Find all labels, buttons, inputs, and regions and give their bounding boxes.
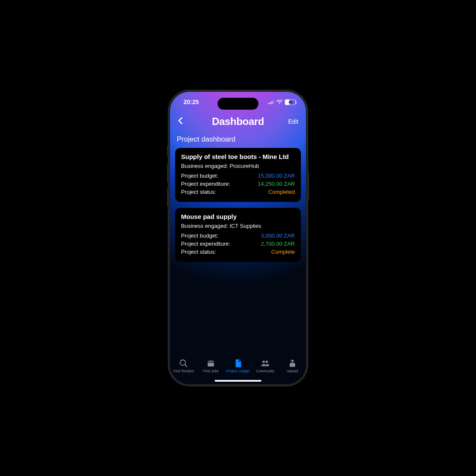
status-time: 20:25	[184, 99, 199, 105]
tab-label: Community	[256, 369, 275, 373]
phone-frame: 20:25 40 Dashboard Edit Project dashboar…	[168, 90, 308, 386]
budget-label: Project budget:	[181, 232, 218, 239]
status-label: Project status:	[181, 189, 216, 195]
tab-label: Find Tenders	[173, 369, 194, 373]
expenditure-value: 14,250.00 ZAR	[258, 181, 295, 187]
tab-find-tenders[interactable]: Find Tenders	[170, 359, 197, 373]
status-value: Completed	[268, 189, 295, 195]
budget-value: 15,000.00 ZAR	[258, 173, 295, 179]
project-card[interactable]: Supply of steel toe boots - Mine Ltd Bus…	[175, 148, 301, 202]
battery-icon: 40	[285, 99, 296, 105]
expenditure-value: 2,700.00 ZAR	[261, 241, 295, 247]
document-icon	[233, 359, 243, 368]
project-title: Supply of steel toe boots - Mine Ltd	[181, 153, 295, 160]
project-title: Mouse pad supply	[181, 213, 295, 220]
tab-upload[interactable]: Upload	[279, 359, 306, 373]
nav-bar: Dashboard Edit	[170, 112, 306, 133]
budget-value: 3,000.00 ZAR	[261, 232, 295, 239]
people-icon	[261, 359, 270, 368]
tab-community[interactable]: Community	[252, 359, 278, 373]
battery-level: 40	[289, 100, 292, 104]
wifi-icon	[276, 100, 283, 105]
briefcase-icon	[206, 359, 215, 368]
page-title: Dashboard	[212, 116, 264, 128]
search-icon	[179, 359, 188, 368]
svg-rect-3	[290, 363, 295, 367]
tab-project-ledger[interactable]: Project Ledger	[225, 359, 251, 373]
back-button[interactable]	[178, 116, 190, 127]
dynamic-island	[218, 98, 258, 110]
status-value: Complete	[271, 249, 295, 255]
chevron-left-icon	[178, 117, 183, 125]
expenditure-label: Project expenditure:	[181, 241, 230, 247]
project-card[interactable]: Mouse pad supply Business engaged: ICT S…	[175, 208, 301, 262]
status-label: Project status:	[181, 249, 216, 255]
status-indicators: 40	[268, 99, 296, 105]
svg-point-1	[263, 361, 265, 363]
tab-label: Project Ledger	[226, 369, 249, 373]
budget-label: Project budget:	[181, 173, 218, 179]
svg-point-2	[266, 361, 268, 363]
section-title: Project dashboard	[170, 133, 306, 148]
upload-icon	[288, 359, 297, 368]
tab-find-jobs[interactable]: Find Jobs	[198, 359, 224, 373]
expenditure-label: Project expenditure:	[181, 181, 230, 187]
tab-label: Find Jobs	[203, 369, 219, 373]
home-indicator[interactable]	[215, 380, 261, 382]
screen: 20:25 40 Dashboard Edit Project dashboar…	[170, 92, 306, 384]
project-list: Supply of steel toe boots - Mine Ltd Bus…	[170, 148, 306, 262]
cellular-icon	[268, 100, 275, 104]
project-business: Business engaged: ICT Supplies	[181, 223, 295, 229]
svg-point-0	[180, 360, 186, 366]
tab-label: Upload	[287, 369, 298, 373]
project-business: Business engaged: ProcureHub	[181, 163, 295, 169]
edit-button[interactable]: Edit	[286, 118, 298, 125]
